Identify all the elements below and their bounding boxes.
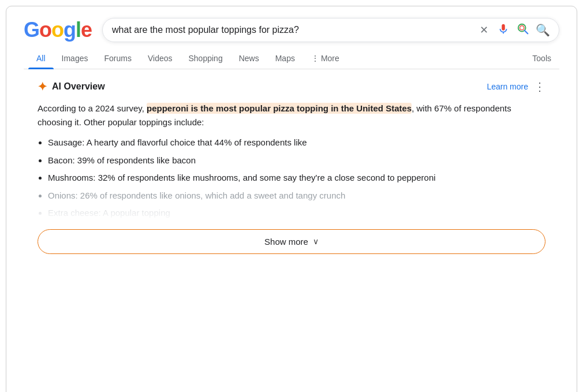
bullet-list-container: Sausage: A hearty and flavorful choice t… [38,136,545,220]
lens-search-button[interactable] [516,23,530,37]
svg-line-2 [525,31,528,34]
nav-item-forums[interactable]: Forums [96,48,139,69]
ai-intro-text: According to a 2024 survey, [38,103,147,113]
search-bar-icons: ✕ [477,23,550,37]
search-button[interactable]: 🔍 [536,23,550,37]
search-input[interactable]: what are the most popular toppings for p… [112,25,471,35]
x-icon: ✕ [480,24,488,36]
list-item: Extra cheese: A popular topping [48,207,545,220]
search-bar[interactable]: what are the most popular toppings for p… [102,18,559,42]
nav-tools[interactable]: Tools [524,48,559,69]
learn-more-button[interactable]: Learn more [487,82,528,91]
clear-button[interactable]: ✕ [477,23,491,37]
search-magnifier-icon: 🔍 [536,23,550,37]
chevron-down-icon: ∨ [313,237,319,246]
nav-more-label: More [321,54,339,63]
sparkle-icon: ✦ [38,80,47,94]
list-item: Sausage: A hearty and flavorful choice t… [48,136,545,150]
nav-item-all[interactable]: All [28,48,54,69]
list-item: Mushrooms: 32% of respondents like mushr… [48,171,545,185]
ai-overview-title: ✦ AI Overview [38,80,105,94]
show-more-label: Show more [264,237,308,247]
nav-bar: All Images Forums Videos Shopping News M… [24,48,559,69]
voice-search-button[interactable] [496,23,510,37]
lens-icon [517,23,529,38]
nav-item-videos[interactable]: Videos [140,48,181,69]
google-logo: Google [24,18,92,42]
nav-item-shopping[interactable]: Shopping [181,48,231,69]
mic-icon [497,23,510,38]
toppings-list: Sausage: A hearty and flavorful choice t… [48,136,545,220]
ai-overview-label: AI Overview [52,81,105,92]
ai-overview-section: ✦ AI Overview Learn more ⋮ According to … [24,69,559,254]
ai-overview-more-button[interactable]: ⋮ [534,81,545,92]
header: Google what are the most popular topping… [24,18,559,42]
nav-item-news[interactable]: News [231,48,267,69]
svg-point-1 [520,26,524,30]
ai-overview-actions: Learn more ⋮ [487,81,545,92]
nav-item-maps[interactable]: Maps [267,48,303,69]
nav-item-more[interactable]: ⋮ More [303,48,347,69]
list-item: Onions: 26% of respondents like onions, … [48,189,545,203]
browser-frame: Google what are the most popular topping… [6,6,577,392]
ai-highlight-text: pepperoni is the most popular pizza topp… [147,103,412,114]
more-dots-icon: ⋮ [311,54,319,63]
list-item: Bacon: 39% of respondents like bacon [48,154,545,167]
ai-overview-header: ✦ AI Overview Learn more ⋮ [38,80,545,94]
nav-item-images[interactable]: Images [54,48,96,69]
ai-overview-content: According to a 2024 survey, pepperoni is… [38,102,545,129]
show-more-button[interactable]: Show more ∨ [38,229,545,254]
